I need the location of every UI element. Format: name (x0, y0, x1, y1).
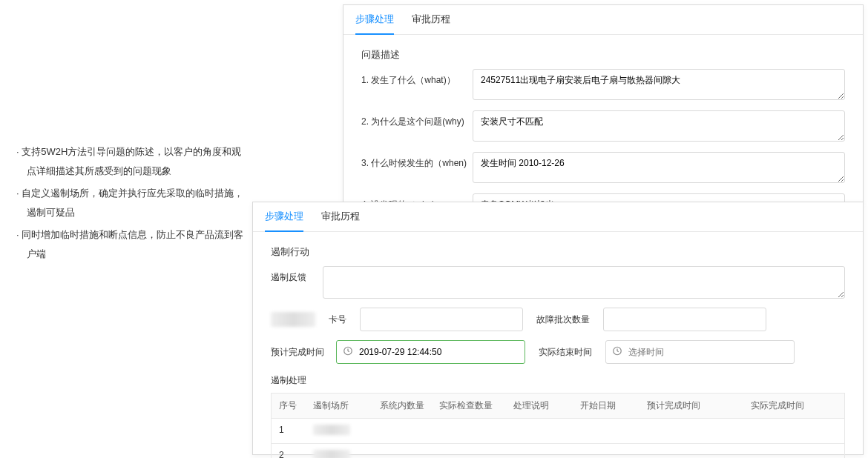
containment-action-panel: 步骤处理 审批历程 遏制行动 遏制反馈 卡号 故障批次数量 预计完成时间 (252, 202, 864, 455)
blurred-cell (313, 425, 350, 435)
th-sys-qty: 系统内数量 (372, 394, 432, 418)
label-fault-qty: 故障批次数量 (536, 313, 590, 326)
blurred-label (271, 312, 315, 327)
feedback-row: 遏制反馈 (271, 266, 845, 299)
tabs-bottom: 步骤处理 审批历程 (253, 202, 863, 232)
section-title-problem: 问题描述 (361, 48, 863, 62)
section-title-containment: 遏制行动 (271, 245, 863, 259)
input-est-time[interactable] (336, 340, 525, 364)
question-when-row: 3. 什么时候发生的（when) 发生时间 2010-12-26 (361, 152, 845, 183)
label-est-time: 预计完成时间 (271, 346, 323, 359)
sidebar-description: 支持5W2H方法引导问题的陈述，以客户的角度和观点详细描述其所感受到的问题现象 … (16, 142, 246, 267)
time-row: 预计完成时间 实际结束时间 (271, 340, 845, 364)
label-why: 2. 为什么是这个问题(why) (361, 110, 473, 133)
label-card: 卡号 (329, 313, 346, 326)
input-feedback[interactable] (323, 266, 845, 299)
bullet-item: 支持5W2H方法引导问题的陈述，以客户的角度和观点详细描述其所感受到的问题现象 (16, 142, 246, 181)
input-actual-time[interactable] (605, 340, 795, 364)
bullet-item: 自定义遏制场所，确定并执行应先采取的临时措施，遏制可疑品 (16, 184, 246, 222)
th-check-qty: 实际检查数量 (432, 394, 506, 418)
th-seq: 序号 (272, 394, 306, 418)
th-start: 开始日期 (573, 394, 640, 418)
table-row[interactable]: 2 (272, 444, 844, 458)
table-title: 遏制处理 (271, 374, 845, 387)
tab-step-process[interactable]: 步骤处理 (355, 13, 394, 35)
problem-description-panel: 步骤处理 审批历程 问题描述 1. 发生了什么（what)） 24527511出… (343, 4, 864, 203)
th-desc: 处理说明 (506, 394, 573, 418)
th-est: 预计完成时间 (640, 394, 743, 418)
label-feedback: 遏制反馈 (271, 266, 323, 288)
tab-step-process[interactable]: 步骤处理 (265, 210, 303, 232)
blurred-cell (313, 450, 350, 458)
table-header-row: 序号 遏制场所 系统内数量 实际检查数量 处理说明 开始日期 预计完成时间 实际… (272, 394, 844, 419)
containment-table: 序号 遏制场所 系统内数量 实际检查数量 处理说明 开始日期 预计完成时间 实际… (271, 393, 845, 458)
clock-icon (343, 346, 353, 359)
input-card[interactable] (360, 308, 523, 331)
question-what-row: 1. 发生了什么（what)） 24527511出现电子扇安装后电子扇与散热器间… (361, 69, 845, 100)
label-when: 3. 什么时候发生的（when) (361, 152, 473, 174)
th-actual: 实际完成时间 (743, 394, 844, 418)
bullet-item: 同时增加临时措施和断点信息，防止不良产品流到客户端 (16, 225, 246, 264)
label-what: 1. 发生了什么（what)） (361, 69, 473, 91)
tab-approval-history[interactable]: 审批历程 (321, 210, 360, 231)
input-what[interactable]: 24527511出现电子扇安装后电子扇与散热器间隙大 (473, 69, 845, 100)
tab-approval-history[interactable]: 审批历程 (412, 13, 450, 34)
input-why[interactable]: 安装尺寸不匹配 (473, 110, 845, 142)
input-when[interactable]: 发生时间 2010-12-26 (473, 152, 845, 183)
table-row[interactable]: 1 (272, 419, 844, 444)
clock-icon (612, 346, 622, 359)
th-place: 遏制场所 (306, 394, 372, 418)
input-fault-qty[interactable] (603, 308, 766, 331)
card-row: 卡号 故障批次数量 (271, 308, 845, 331)
tabs-top: 步骤处理 审批历程 (343, 5, 863, 35)
label-actual-time: 实际结束时间 (539, 346, 592, 359)
question-why-row: 2. 为什么是这个问题(why) 安装尺寸不匹配 (361, 110, 845, 142)
